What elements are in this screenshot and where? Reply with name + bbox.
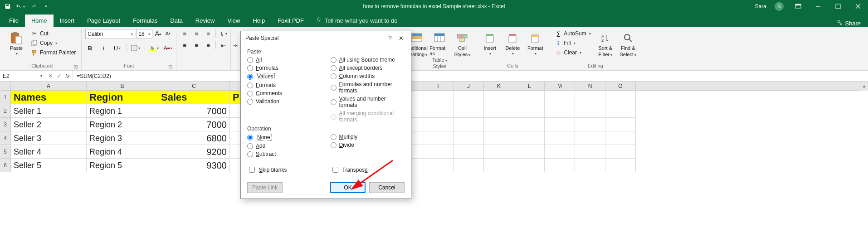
cell[interactable] [605,104,636,118]
font-name-select[interactable]: Calibri▾ [85,29,135,39]
cell[interactable] [514,91,545,104]
decrease-font-icon[interactable]: A▾ [163,29,172,38]
align-center-icon[interactable]: ≡ [192,41,201,50]
cell[interactable] [454,159,484,172]
radio-values-and-number-formats[interactable]: Values and number formats [331,95,405,109]
cell[interactable]: Sales [158,91,230,104]
radio-all-except-borders[interactable]: All except borders [331,64,405,72]
minimize-icon[interactable] [808,0,828,13]
enter-formula-icon[interactable]: ✓ [57,73,62,79]
col-header[interactable]: O [605,82,636,90]
name-box[interactable]: E2▾ [0,71,45,81]
format-as-table-button[interactable]: Format as Table▾ [429,29,449,63]
tab-home[interactable]: Home [25,15,54,27]
row-header[interactable]: 2 [0,104,11,118]
cell[interactable] [514,104,545,118]
tab-page-layout[interactable]: Page Layout [81,15,127,27]
insert-button[interactable]: Insert▾ [480,29,500,56]
dialog-help-icon[interactable]: ? [385,34,395,42]
cell[interactable]: Seller 5 [11,159,87,172]
cell[interactable] [484,118,514,131]
find-select-button[interactable]: Find &Select▾ [618,29,638,57]
cell[interactable] [605,159,636,172]
cell[interactable] [423,131,454,145]
cell[interactable] [545,104,575,118]
underline-button[interactable]: U▾ [112,44,122,53]
fill-button[interactable]: ↧Fill▾ [553,39,592,48]
cell[interactable]: Region 4 [87,145,158,159]
cancel-formula-icon[interactable]: ✕ [48,73,53,79]
row-header[interactable]: 4 [0,131,11,145]
cell[interactable] [484,145,514,159]
align-bottom-icon[interactable]: ≡ [204,29,213,38]
col-header[interactable]: B [87,82,158,90]
cell[interactable] [514,145,545,159]
cell[interactable] [514,131,545,145]
cell[interactable]: Seller 1 [11,104,87,118]
cell[interactable] [575,159,605,172]
close-icon[interactable] [848,0,868,13]
tell-me[interactable]: Tell me what you want to do [310,14,403,27]
cell[interactable]: 9300 [158,159,230,172]
cell[interactable] [484,91,514,104]
cell[interactable]: Seller 2 [11,118,87,131]
avatar[interactable]: S [775,2,784,11]
user-name[interactable]: Sara [751,3,770,10]
radio-validation[interactable]: Validation [247,97,322,106]
bold-button[interactable]: B [85,44,94,53]
cell[interactable]: Names [11,91,87,104]
cell[interactable] [575,145,605,159]
save-icon[interactable] [3,1,13,11]
radio-all-using-source-theme[interactable]: All using Source theme [331,56,405,64]
cell[interactable] [514,159,545,172]
cell[interactable] [545,118,575,131]
cell[interactable] [423,159,454,172]
col-header[interactable]: I [423,82,454,90]
cell[interactable] [423,104,454,118]
tab-insert[interactable]: Insert [54,15,81,27]
font-color-button[interactable]: A▾ [163,44,172,53]
format-button[interactable]: Format▾ [525,29,545,56]
align-right-icon[interactable]: ≡ [204,41,213,50]
formula-input[interactable]: =SUM(C2:D2) [73,71,868,81]
tab-review[interactable]: Review [189,15,221,27]
cell[interactable] [423,91,454,104]
row-header[interactable]: 1 [0,91,11,104]
cell-styles-button[interactable]: Cell Styles▾ [452,29,472,57]
cell[interactable]: Seller 3 [11,131,87,145]
cell[interactable] [545,159,575,172]
cell[interactable]: Region 3 [87,131,158,145]
orientation-icon[interactable]: ⤹▾ [219,29,228,38]
row-header[interactable]: 3 [0,118,11,131]
cell[interactable]: Region 1 [87,104,158,118]
decrease-indent-icon[interactable]: ⇤ [219,41,228,50]
radio-all[interactable]: All [247,56,322,64]
cell[interactable]: Region 5 [87,159,158,172]
col-header[interactable]: C [158,82,230,90]
col-header[interactable]: K [484,82,514,90]
row-header[interactable]: 5 [0,145,11,159]
align-top-icon[interactable]: ≡ [180,29,189,38]
cell[interactable] [484,104,514,118]
format-painter-button[interactable]: Format Painter [29,48,78,57]
radio-column-widths[interactable]: Column widths [331,72,405,80]
cell[interactable] [423,118,454,131]
align-middle-icon[interactable]: ≡ [192,29,201,38]
cell[interactable] [484,131,514,145]
cell[interactable] [423,145,454,159]
radio-multiply[interactable]: Multiply [331,133,405,141]
clear-button[interactable]: ◇Clear▾ [553,48,592,57]
col-header[interactable]: J [454,82,484,90]
increase-font-icon[interactable]: A▴ [153,29,162,38]
cell[interactable] [454,104,484,118]
cell[interactable]: Region [87,91,158,104]
cell[interactable] [454,91,484,104]
cell[interactable]: Region 2 [87,118,158,131]
cell[interactable] [545,145,575,159]
col-header[interactable]: N [575,82,605,90]
cell[interactable] [605,131,636,145]
cell[interactable]: 7000 [158,104,230,118]
radio-formats[interactable]: Formats [247,81,322,89]
delete-button[interactable]: Delete▾ [502,29,522,56]
cut-button[interactable]: ✂Cut [29,29,78,38]
